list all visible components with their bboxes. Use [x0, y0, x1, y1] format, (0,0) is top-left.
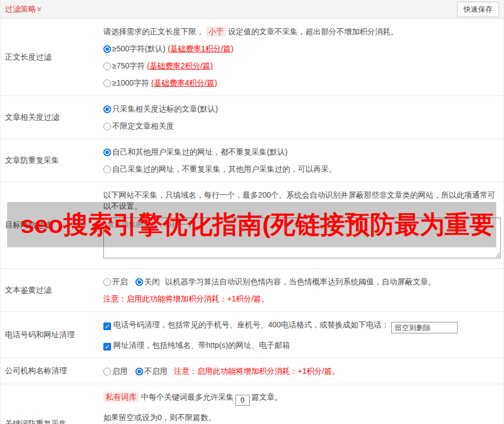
- row-content: 只采集相关度达标的文章(默认) 不限定文章相关度: [103, 96, 503, 139]
- row-label: 文本鉴黄过滤: [1, 269, 103, 311]
- row-content: 私有词库 中每个关键词最多允许采集篇文章。 如果留空或设为0，则不限篇数。 如果…: [103, 384, 503, 424]
- porn-filter-note: 注意：启用此功能将增加积分消耗：+1积分/篇。: [103, 293, 499, 304]
- length-option-500[interactable]: ≥500字符(默认)(基础费率1积分/篇): [103, 43, 499, 54]
- max-articles-input[interactable]: [235, 395, 250, 406]
- checkbox-url-clean-icon[interactable]: ✓: [103, 343, 111, 351]
- radio-dedup-all-users-icon[interactable]: [103, 149, 111, 156]
- replacement-phone-input[interactable]: [391, 322, 458, 333]
- row-content: 开启 关闭 以机器学习算法自动识别色情内容，当色情概率达到系统阈值，自动屏蔽文章…: [103, 269, 503, 311]
- page-title: 过滤策略: [5, 4, 36, 14]
- porn-filter-description: 以机器学习算法自动识别色情内容，当色情概率达到系统阈值，自动屏蔽文章。: [165, 277, 436, 286]
- radio-unlimited-relevance-icon[interactable]: [103, 123, 111, 130]
- radio-porn-off-icon[interactable]: [135, 278, 143, 286]
- row-label: 关键词防重复采集: [1, 384, 103, 424]
- porn-option-on[interactable]: 开启: [103, 277, 133, 286]
- row-label: 公司机构名称清理: [1, 358, 103, 384]
- option-label: 不限定文章相关度: [112, 121, 174, 130]
- company-option-on[interactable]: 启用: [103, 367, 133, 375]
- row-label: 文章相关度过滤: [1, 96, 103, 139]
- less-than-badge: 小于: [206, 26, 226, 36]
- length-intro-before: 请选择需求的正文长度下限，: [103, 27, 204, 36]
- row-content: 启用 不启用 注意：启用此功能将增加积分消耗：+1积分/篇。: [103, 358, 503, 384]
- row-company-name-cleanup: 公司机构名称清理 启用 不启用 注意：启用此功能将增加积分消耗：+1积分/篇。: [1, 358, 503, 384]
- phone-cleanup-line: ✓电话号码清理，包括常见的手机号、座机号、400电话格式，或替换成如下电话：: [103, 319, 499, 333]
- filter-strategy-page: 过滤策略 » 快速保存 正文长度过滤 请选择需求的正文长度下限， 小于 设定值的…: [0, 0, 504, 424]
- dedup-option-all-users[interactable]: 自己和其他用户采集过的网址，都不重复采集(默认): [103, 146, 499, 157]
- checkbox-label: 网址清理，包括纯域名、带http(s)的网址、电子邮箱: [113, 341, 290, 349]
- option-label: 不启用: [144, 367, 167, 375]
- length-option-1000[interactable]: ≥1000字符(基础费率4积分/篇): [103, 77, 499, 88]
- section-header: 过滤策略 » 快速保存: [1, 0, 503, 19]
- row-content: 自己和其他用户采集过的网址，都不重复采集(默认) 自己采集过的网址，不重复采集，…: [103, 139, 503, 182]
- keyword-note-unlimited: 如果留空或设为0，则不限篇数。: [103, 412, 499, 423]
- radio-company-off-icon[interactable]: [135, 368, 143, 375]
- row-relevance-filter: 文章相关度过滤 只采集相关度达标的文章(默认) 不限定文章相关度: [1, 96, 503, 139]
- option-label: 只采集相关度达标的文章(默认): [112, 104, 218, 113]
- row-label: 电话号码和网址清理: [1, 312, 103, 358]
- row-content: 请选择需求的正文长度下限， 小于 设定值的文章不采集，超出部分不增加积分消耗。 …: [103, 19, 503, 96]
- keyword-limit-line: 私有词库 中每个关键词最多允许采集篇文章。: [103, 391, 499, 406]
- row-content: ✓电话号码清理，包括常见的手机号、座机号、400电话格式，或替换成如下电话： ✓…: [103, 312, 503, 358]
- fee-note: (基础费率1积分/篇): [167, 44, 233, 53]
- length-intro: 请选择需求的正文长度下限， 小于 设定值的文章不采集，超出部分不增加积分消耗。: [103, 26, 499, 37]
- row-label: 正文长度过滤: [1, 19, 103, 96]
- length-intro-after: 设定值的文章不采集，超出部分不增加积分消耗。: [228, 27, 398, 36]
- company-option-off[interactable]: 不启用: [135, 367, 167, 375]
- relevance-option-any[interactable]: 不限定文章相关度: [103, 120, 499, 131]
- radio-dedup-self-only-icon[interactable]: [103, 166, 111, 173]
- row-body-length-filter: 正文长度过滤 请选择需求的正文长度下限， 小于 设定值的文章不采集，超出部分不增…: [1, 19, 503, 96]
- row-content: 以下网站不采集，只填域名，每行一个，最多200个。系统会自动识别并屏蔽那些非文章…: [103, 182, 504, 268]
- option-label: ≥500字符(默认): [112, 44, 165, 53]
- url-cleanup-line: ✓网址清理，包括纯域名、带http(s)的网址、电子邮箱: [103, 340, 499, 351]
- row-anti-duplicate: 文章防重复采集 自己和其他用户采集过的网址，都不重复采集(默认) 自己采集过的网…: [1, 139, 503, 182]
- length-option-750[interactable]: ≥750字符(基础费率2积分/篇): [103, 60, 499, 71]
- option-label: 启用: [112, 367, 128, 375]
- option-label: 自己采集过的网址，不重复采集，其他用户采集过的，可以再采。: [112, 165, 337, 173]
- target-site-textarea-wrap: [103, 218, 501, 261]
- checkbox-phone-clean-icon[interactable]: ✓: [103, 322, 111, 330]
- checkbox-label: 电话号码清理，包括常见的手机号、座机号、400电话格式，或替换成如下电话：: [113, 320, 389, 329]
- private-lexicon-badge[interactable]: 私有词库: [103, 392, 139, 402]
- option-label: 自己和其他用户采集过的网址，都不重复采集(默认): [112, 147, 287, 156]
- row-label: 文章防重复采集: [1, 139, 103, 182]
- row-keyword-anti-duplicate: 关键词防重复采集 私有词库 中每个关键词最多允许采集篇文章。 如果留空或设为0，…: [1, 384, 503, 424]
- option-label: 关闭: [144, 277, 160, 286]
- option-label: ≥1000字符: [112, 78, 149, 87]
- collapse-chevron-icon[interactable]: »: [36, 7, 44, 11]
- row-porn-filter: 文本鉴黄过滤 开启 关闭 以机器学习算法自动识别色情内容，当色情概率达到系统阈值…: [1, 269, 503, 312]
- option-label: ≥750字符: [112, 61, 145, 70]
- row-target-site-filter: 目标网站过滤 以下网站不采集，只填域名，每行一个，最多200个。系统会自动识别并…: [1, 182, 503, 269]
- target-site-description: 以下网站不采集，只填域名，每行一个，最多200个。系统会自动识别并屏蔽那些非文章…: [103, 189, 501, 211]
- keyword-limit-unit: 篇文章。: [251, 393, 282, 401]
- radio-1000-chars-icon[interactable]: [103, 80, 111, 87]
- porn-filter-options: 开启 关闭 以机器学习算法自动识别色情内容，当色情概率达到系统阈值，自动屏蔽文章…: [103, 276, 499, 287]
- row-phone-url-cleanup: 电话号码和网址清理 ✓电话号码清理，包括常见的手机号、座机号、400电话格式，或…: [1, 312, 503, 358]
- dedup-option-self-only[interactable]: 自己采集过的网址，不重复采集，其他用户采集过的，可以再采。: [103, 163, 499, 174]
- porn-option-off[interactable]: 关闭: [135, 277, 160, 286]
- company-cleanup-options: 启用 不启用 注意：启用此功能将增加积分消耗：+1积分/篇。: [103, 365, 499, 377]
- quick-save-button[interactable]: 快速保存: [457, 2, 499, 17]
- relevance-option-strict[interactable]: 只采集相关度达标的文章(默认): [103, 103, 499, 114]
- radio-500-chars-icon[interactable]: [103, 45, 111, 53]
- option-label: 开启: [112, 277, 128, 286]
- radio-porn-on-icon[interactable]: [103, 278, 111, 286]
- radio-750-chars-icon[interactable]: [103, 62, 111, 70]
- fee-note: (基础费率4积分/篇): [151, 78, 217, 87]
- row-label: 目标网站过滤: [1, 182, 103, 268]
- keyword-limit-text: 中每个关键词最多允许采集: [141, 393, 234, 401]
- radio-company-on-icon[interactable]: [103, 368, 111, 375]
- radio-collect-relevant-icon[interactable]: [103, 105, 111, 113]
- fee-note: (基础费率2积分/篇): [147, 61, 213, 70]
- blocked-domains-textarea[interactable]: [103, 218, 501, 258]
- company-cleanup-note: 注意：启用此功能将增加积分消耗：+1积分/篇。: [174, 367, 340, 375]
